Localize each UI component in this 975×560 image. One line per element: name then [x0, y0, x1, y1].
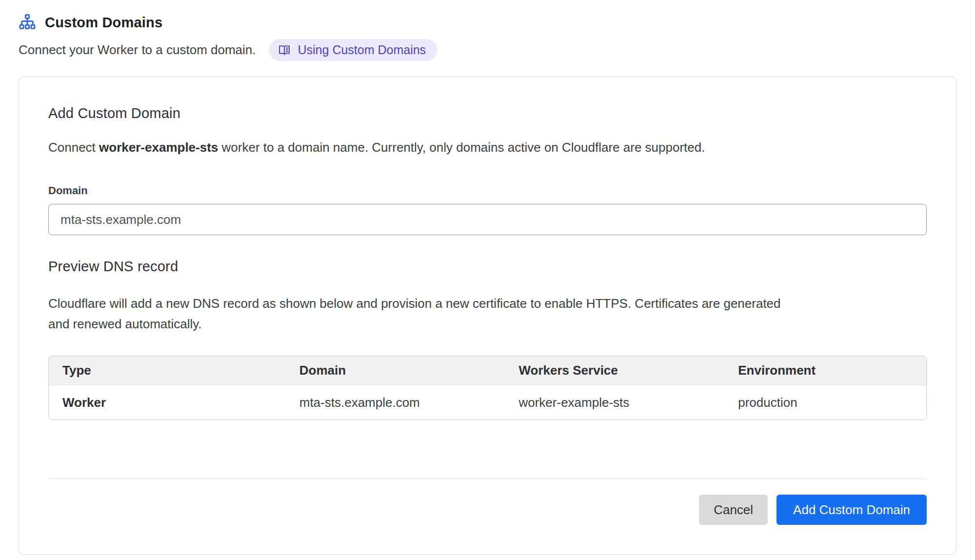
- cell-type: Worker: [49, 385, 286, 420]
- preview-dns-heading: Preview DNS record: [48, 259, 927, 275]
- add-custom-domain-button[interactable]: Add Custom Domain: [776, 495, 927, 525]
- domain-label: Domain: [48, 184, 927, 197]
- dns-table-row: Worker mta-sts.example.com worker-exampl…: [49, 385, 926, 420]
- column-header-domain: Domain: [286, 356, 505, 385]
- card-actions: Cancel Add Custom Domain: [48, 495, 927, 525]
- page-subtitle-row: Connect your Worker to a custom domain. …: [19, 39, 956, 61]
- column-header-environment: Environment: [724, 356, 926, 385]
- card-intro: Connect worker-example-sts worker to a d…: [48, 140, 927, 155]
- intro-suffix: worker to a domain name. Currently, only…: [218, 140, 705, 155]
- custom-domains-page: Custom Domains Connect your Worker to a …: [0, 0, 975, 560]
- cell-workers-service: worker-example-sts: [505, 385, 724, 420]
- docs-link-badge[interactable]: Using Custom Domains: [269, 39, 438, 61]
- book-open-icon: [278, 43, 291, 57]
- cell-environment: production: [724, 385, 926, 420]
- page-header: Custom Domains Connect your Worker to a …: [19, 14, 956, 61]
- worker-name: worker-example-sts: [99, 140, 218, 155]
- cell-domain: mta-sts.example.com: [286, 385, 505, 420]
- domain-input[interactable]: [48, 204, 927, 235]
- dns-table-header-row: Type Domain Workers Service Environment: [49, 356, 926, 385]
- page-subtitle: Connect your Worker to a custom domain.: [19, 42, 256, 58]
- footer-divider: [48, 479, 927, 479]
- sitemap-icon: [19, 14, 36, 31]
- column-header-type: Type: [49, 356, 286, 385]
- cancel-button[interactable]: Cancel: [699, 495, 768, 525]
- page-title-row: Custom Domains: [19, 14, 956, 31]
- page-title: Custom Domains: [45, 15, 162, 31]
- intro-prefix: Connect: [48, 140, 99, 155]
- dns-table-header: Type Domain Workers Service Environment: [49, 356, 926, 385]
- dns-preview-table: Type Domain Workers Service Environment …: [48, 356, 927, 420]
- docs-link-label: Using Custom Domains: [298, 43, 426, 57]
- card-heading: Add Custom Domain: [48, 105, 927, 121]
- add-custom-domain-card: Add Custom Domain Connect worker-example…: [19, 77, 956, 555]
- preview-dns-description: Cloudflare will add a new DNS record as …: [48, 293, 799, 334]
- column-header-workers-service: Workers Service: [505, 356, 724, 385]
